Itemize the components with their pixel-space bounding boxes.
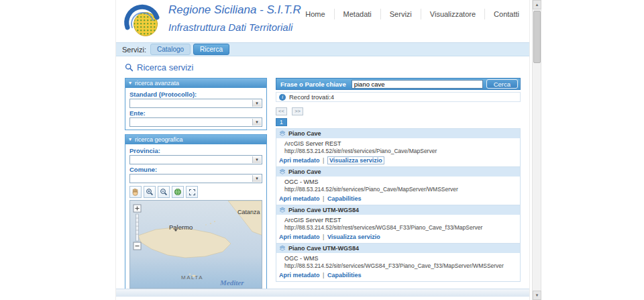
nav-item-servizi[interactable]: Servizi bbox=[380, 9, 421, 19]
site-subtitle: Infrastruttura Dati Territoriali bbox=[168, 21, 301, 33]
sicily-map[interactable]: Palermo Catanza MALTA Mediter bbox=[129, 200, 262, 289]
result-type: ArcGIS Server REST bbox=[284, 140, 517, 147]
pagination-current-page[interactable]: 1 bbox=[276, 118, 287, 127]
provincia-select[interactable]: ▾ bbox=[129, 155, 262, 164]
records-found-text: Record trovati:4 bbox=[289, 93, 334, 101]
search-icon bbox=[125, 63, 133, 72]
result-item: Piano Cave UTM-WGS84 OGC - WMS http://88… bbox=[276, 243, 520, 281]
zoom-out-icon bbox=[160, 188, 168, 196]
nav-item-metadati[interactable]: Metadati bbox=[334, 9, 380, 19]
result-url: http://88.53.214.52/sitr/rest/services/P… bbox=[284, 148, 517, 154]
zoom-out-tool-button[interactable] bbox=[158, 186, 170, 198]
main-nav: Home Metadati Servizi Visualizzatore Con… bbox=[297, 9, 528, 19]
scroll-up-button[interactable]: ▲ bbox=[533, 0, 541, 9]
apri-metadato-link[interactable]: Apri metadato bbox=[279, 234, 320, 240]
servizi-tabbar: Servizi: Catalogo Ricerca bbox=[116, 42, 529, 56]
pagination-prev-button[interactable]: << bbox=[276, 107, 287, 115]
capabilities-link[interactable]: Capabilities bbox=[327, 272, 362, 279]
provincia-label: Provincia: bbox=[129, 147, 262, 154]
keyword-search-input[interactable] bbox=[352, 80, 483, 89]
map-label-mediterranean: Mediter bbox=[220, 279, 244, 287]
pan-tool-button[interactable] bbox=[129, 186, 142, 198]
nav-item-visualizzatore[interactable]: Visualizzatore bbox=[421, 9, 484, 19]
result-header[interactable]: Piano Cave bbox=[276, 129, 520, 138]
map-label-malta: MALTA bbox=[181, 274, 203, 281]
result-body: ArcGIS Server REST http://88.53.214.52/s… bbox=[276, 138, 520, 156]
standard-protocollo-select[interactable]: ▾ bbox=[129, 99, 262, 108]
ente-select[interactable]: ▾ bbox=[129, 117, 262, 127]
hand-icon bbox=[131, 188, 140, 196]
page-title: Ricerca servizi bbox=[137, 62, 194, 72]
dropdown-arrow-icon: ▾ bbox=[252, 156, 261, 163]
apri-metadato-link[interactable]: Apri metadato bbox=[279, 157, 320, 164]
scrollbar-thumb[interactable] bbox=[533, 11, 541, 63]
layers-icon bbox=[279, 168, 286, 175]
select-extent-tool-button[interactable] bbox=[186, 186, 198, 198]
keyword-search-bar: Frase o Parole chiave Cerca bbox=[276, 78, 521, 90]
result-title: Piano Cave UTM-WGS84 bbox=[288, 245, 359, 252]
pagination-next-button[interactable]: >> bbox=[292, 107, 303, 115]
content-area: Ricerca servizi ▾ ricerca avanzata Stand… bbox=[116, 56, 529, 296]
result-body: OGC - WMS http://88.53.214.52/sitr/servi… bbox=[276, 177, 520, 195]
tab-ricerca[interactable]: Ricerca bbox=[193, 44, 229, 55]
tab-catalogo[interactable]: Catalogo bbox=[150, 44, 191, 55]
footer-bar bbox=[116, 289, 529, 297]
result-header[interactable]: Piano Cave bbox=[276, 166, 520, 177]
cerca-button[interactable]: Cerca bbox=[486, 79, 518, 89]
result-body: OGC - WMS http://88.53.214.52/sitr/servi… bbox=[276, 253, 520, 271]
result-url: http://88.53.214.52/sitr/services/WGS84_… bbox=[284, 262, 517, 269]
result-links: Apri metadato | Capabilities bbox=[276, 195, 520, 205]
nav-item-contatti[interactable]: Contatti bbox=[484, 9, 528, 19]
page-container: Regione Siciliana - S.I.T.R Infrastruttu… bbox=[115, 0, 530, 300]
results-column: Frase o Parole chiave Cerca i Record tro… bbox=[276, 78, 521, 282]
zoom-in-icon bbox=[146, 188, 154, 196]
map-label-palermo: Palermo bbox=[169, 223, 193, 231]
link-separator: | bbox=[321, 195, 325, 202]
visualizza-servizio-link[interactable]: Visualizza servizio bbox=[327, 234, 380, 240]
map-toolbar bbox=[129, 186, 262, 198]
geographic-search-panel: ▾ ricerca geografica Provincia: ▾ Comune… bbox=[125, 134, 267, 292]
apri-metadato-link[interactable]: Apri metadato bbox=[279, 195, 320, 202]
result-links: Apri metadato | Visualizza servizio bbox=[276, 233, 520, 243]
full-extent-tool-button[interactable] bbox=[172, 186, 184, 198]
result-links: Apri metadato | Visualizza servizio bbox=[276, 156, 520, 166]
zoom-in-tool-button[interactable] bbox=[144, 186, 156, 198]
scroll-down-button[interactable]: ▼ bbox=[533, 291, 541, 300]
collapse-icon: ▾ bbox=[129, 81, 131, 86]
link-separator: | bbox=[321, 157, 325, 164]
result-body: ArcGIS Server REST http://88.53.214.52/s… bbox=[276, 215, 520, 233]
comune-label: Comune: bbox=[129, 166, 262, 173]
comune-select[interactable]: ▾ bbox=[129, 174, 262, 183]
apri-metadato-link[interactable]: Apri metadato bbox=[279, 272, 320, 279]
result-links: Apri metadato | Capabilities bbox=[276, 271, 520, 281]
visualizza-servizio-link[interactable]: Visualizza servizio bbox=[327, 156, 384, 164]
result-url: http://88.53.214.52/sitr/services/Piano_… bbox=[284, 186, 517, 193]
dropdown-arrow-icon: ▾ bbox=[252, 175, 261, 182]
advanced-search-panel-header[interactable]: ▾ ricerca avanzata bbox=[125, 79, 266, 88]
collapse-icon: ▾ bbox=[129, 137, 131, 142]
result-title: Piano Cave UTM-WGS84 bbox=[288, 207, 359, 213]
standard-protocollo-label: Standard (Protocollo): bbox=[129, 91, 262, 98]
nav-item-home[interactable]: Home bbox=[297, 9, 333, 19]
capabilities-link[interactable]: Capabilities bbox=[327, 195, 362, 202]
results-list: Piano Cave ArcGIS Server REST http://88.… bbox=[276, 128, 521, 282]
result-header[interactable]: Piano Cave UTM-WGS84 bbox=[276, 205, 520, 215]
result-url: http://88.53.214.52/sitr/rest/services/W… bbox=[284, 224, 517, 231]
advanced-search-title: ricerca avanzata bbox=[135, 80, 179, 87]
sitr-logo bbox=[123, 2, 161, 40]
site-title: Regione Siciliana - S.I.T.R bbox=[168, 3, 301, 17]
browser-scrollbar[interactable]: ▲ ▼ bbox=[532, 0, 541, 300]
extent-box-icon bbox=[189, 189, 195, 195]
info-icon: i bbox=[279, 94, 286, 101]
result-item: Piano Cave ArcGIS Server REST http://88.… bbox=[276, 129, 520, 166]
result-type: OGC - WMS bbox=[284, 255, 517, 262]
geographic-search-title: ricerca geografica bbox=[135, 136, 183, 143]
link-separator: | bbox=[321, 234, 325, 240]
result-item: Piano Cave OGC - WMS http://88.53.214.52… bbox=[276, 166, 520, 205]
result-type: OGC - WMS bbox=[284, 179, 517, 185]
layers-icon bbox=[279, 130, 286, 137]
map-label-catanzaro: Catanza bbox=[237, 209, 260, 215]
geographic-search-panel-header[interactable]: ▾ ricerca geografica bbox=[125, 135, 266, 144]
result-header[interactable]: Piano Cave UTM-WGS84 bbox=[276, 243, 520, 253]
site-header: Regione Siciliana - S.I.T.R Infrastruttu… bbox=[116, 0, 529, 42]
